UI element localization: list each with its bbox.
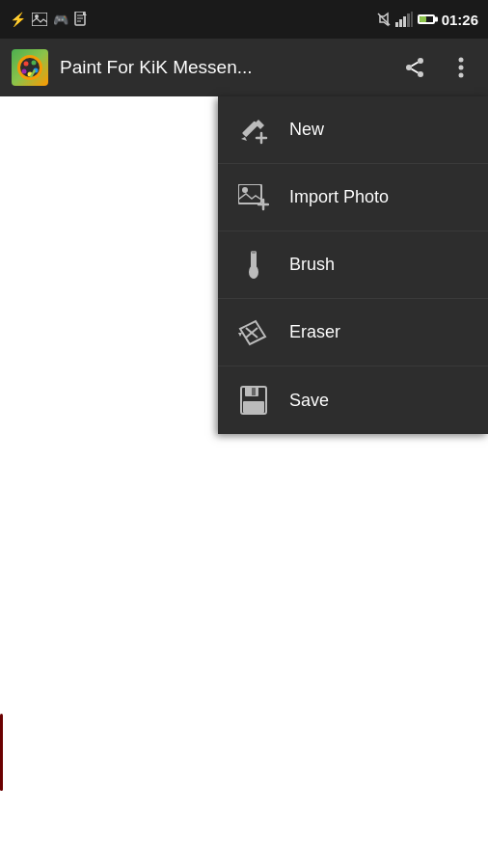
svg-rect-9 [411,12,413,27]
more-options-button[interactable] [446,52,476,83]
svg-point-13 [32,61,37,66]
svg-rect-41 [243,401,264,413]
doc-icon [74,12,88,27]
app-bar: Paint For KiK Messen... [0,39,488,96]
svg-rect-6 [399,19,402,27]
svg-point-25 [459,73,464,78]
svg-rect-8 [407,14,410,27]
silent-icon [377,12,391,27]
image-icon [32,13,47,26]
drawing-stroke [0,714,3,791]
menu-item-import[interactable]: Import Photo [218,164,488,231]
svg-rect-0 [32,13,47,26]
menu-save-label: Save [289,391,329,411]
menu-item-brush[interactable]: Brush [218,231,488,299]
svg-rect-40 [252,388,256,395]
svg-line-21 [412,69,419,73]
svg-point-34 [249,265,258,279]
svg-point-12 [24,62,29,67]
save-icon [237,384,270,417]
new-icon [237,114,270,147]
menu-import-label: Import Photo [289,187,389,207]
svg-point-23 [459,58,464,63]
app-icon [12,49,48,86]
menu-brush-label: Brush [289,255,335,275]
svg-point-18 [418,58,423,64]
menu-item-new[interactable]: New [218,96,488,164]
status-left-icons: ⚡ 🎮 [10,12,88,27]
svg-point-16 [22,69,27,74]
svg-rect-29 [238,184,261,203]
status-bar: ⚡ 🎮 [0,0,488,39]
eraser-icon [237,316,270,349]
svg-point-30 [242,187,248,193]
signal-icon [395,12,413,27]
share-button[interactable] [399,52,430,83]
menu-item-eraser[interactable]: Eraser [218,299,488,366]
svg-point-24 [459,66,464,70]
svg-rect-7 [403,16,406,27]
menu-new-label: New [289,120,324,140]
app-bar-actions [399,52,476,83]
status-time: 01:26 [442,12,478,28]
svg-rect-5 [395,22,398,27]
battery-icon [418,14,435,24]
svg-point-19 [406,65,412,70]
brush-icon [237,249,270,282]
dropdown-menu: New Import Photo [218,96,488,434]
menu-item-save[interactable]: Save [218,366,488,434]
game-icon: 🎮 [53,13,68,27]
app-title: Paint For KiK Messen... [60,57,388,78]
import-icon [237,181,270,214]
svg-rect-35 [252,251,256,254]
usb-icon: ⚡ [10,12,26,27]
canvas-area[interactable]: New Import Photo [0,96,488,868]
menu-eraser-label: Eraser [289,322,340,342]
svg-line-22 [412,63,419,67]
svg-point-20 [418,71,423,77]
status-right-icons: 01:26 [377,12,478,28]
